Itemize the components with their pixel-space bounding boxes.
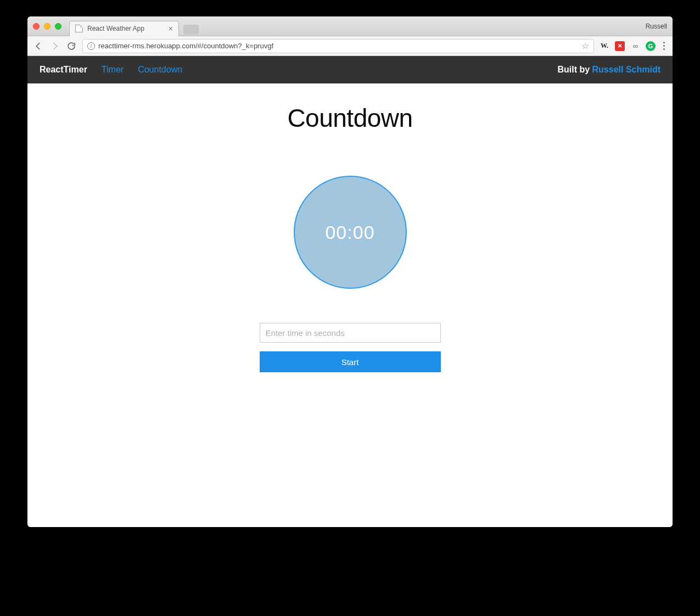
- forward-button[interactable]: [49, 41, 60, 52]
- app-navbar: ReactTimer Timer Countdown Built by Russ…: [27, 56, 673, 83]
- page-title: Countdown: [287, 103, 412, 133]
- page-content: ReactTimer Timer Countdown Built by Russ…: [27, 56, 673, 527]
- countdown-form: Start: [260, 323, 441, 372]
- titlebar: React Weather App × Russell: [27, 16, 673, 36]
- seconds-input[interactable]: [260, 323, 441, 343]
- url-input[interactable]: i reacttimer-rms.herokuapp.com/#/countdo…: [82, 39, 594, 53]
- extension-grammarly-icon[interactable]: G: [646, 41, 656, 51]
- countdown-page: Countdown 00:00 Start: [27, 83, 673, 527]
- close-window-button[interactable]: [33, 23, 40, 30]
- extension-w-icon[interactable]: W.: [600, 41, 609, 51]
- minimize-window-button[interactable]: [44, 23, 51, 30]
- profile-name[interactable]: Russell: [646, 23, 667, 30]
- nav-link-countdown[interactable]: Countdown: [138, 65, 182, 75]
- browser-menu-icon[interactable]: [661, 42, 667, 50]
- author-link[interactable]: Russell Schmidt: [592, 65, 660, 74]
- window-controls: [33, 23, 61, 30]
- new-tab-button[interactable]: [183, 25, 199, 35]
- page-icon: [75, 25, 83, 32]
- url-text: reacttimer-rms.herokuapp.com/#/countdown…: [98, 42, 273, 50]
- start-button[interactable]: Start: [260, 351, 441, 372]
- extension-icons: W. ✕ co G: [600, 41, 667, 51]
- built-by-prefix: Built by: [557, 65, 592, 74]
- site-info-icon[interactable]: i: [87, 42, 95, 50]
- extension-co-icon[interactable]: co: [630, 41, 640, 51]
- browser-window: React Weather App × Russell i reacttimer…: [27, 16, 673, 527]
- clock-time: 00:00: [325, 222, 374, 243]
- maximize-window-button[interactable]: [55, 23, 61, 30]
- brand-title: ReactTimer: [40, 65, 87, 75]
- back-button[interactable]: [33, 41, 44, 52]
- reload-button[interactable]: [66, 41, 77, 52]
- tab-title: React Weather App: [87, 25, 144, 32]
- extension-red-icon[interactable]: ✕: [615, 41, 625, 51]
- clock-face: 00:00: [294, 176, 407, 289]
- close-tab-icon[interactable]: ×: [169, 24, 173, 33]
- address-bar: i reacttimer-rms.herokuapp.com/#/countdo…: [27, 36, 673, 56]
- browser-tab[interactable]: React Weather App ×: [69, 21, 179, 36]
- bookmark-star-icon[interactable]: ☆: [581, 41, 589, 51]
- built-by: Built by Russell Schmidt: [557, 65, 660, 75]
- nav-link-timer[interactable]: Timer: [102, 65, 124, 75]
